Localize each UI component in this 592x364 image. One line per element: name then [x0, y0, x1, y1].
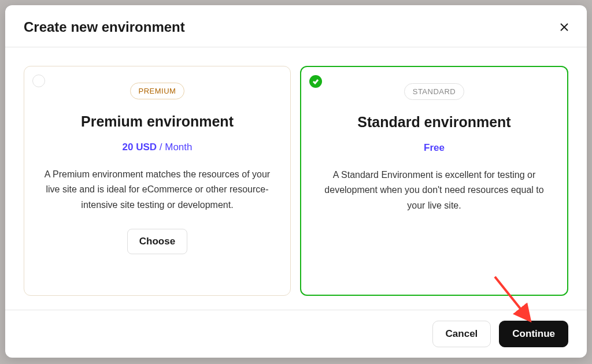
choose-premium-button[interactable]: Choose	[127, 229, 187, 254]
standard-badge: STANDARD	[404, 83, 465, 100]
premium-plan-price: 20 USD / Month	[123, 142, 193, 153]
continue-button[interactable]: Continue	[499, 321, 568, 347]
radio-unselected-icon	[32, 75, 45, 87]
plan-card-standard[interactable]: STANDARD Standard environment Free A Sta…	[300, 66, 568, 296]
premium-price-period: / Month	[160, 142, 193, 153]
modal-title: Create new environment	[24, 19, 185, 35]
modal-footer: Cancel Continue	[5, 310, 587, 358]
standard-plan-price: Free	[424, 142, 445, 154]
standard-plan-title: Standard environment	[357, 114, 510, 131]
standard-plan-description: A Standard Environment is excellent for …	[315, 168, 553, 213]
premium-badge: PREMIUM	[130, 83, 185, 99]
modal-body: PREMIUM Premium environment 20 USD / Mon…	[5, 47, 587, 310]
modal-header: Create new environment	[5, 5, 587, 47]
close-icon[interactable]	[560, 23, 568, 31]
cancel-button[interactable]: Cancel	[432, 321, 491, 347]
create-environment-modal: Create new environment PREMIUM Premium e…	[5, 5, 587, 358]
premium-plan-description: A Premium environment matches the resour…	[38, 167, 276, 213]
plan-card-premium[interactable]: PREMIUM Premium environment 20 USD / Mon…	[24, 66, 291, 296]
premium-plan-title: Premium environment	[81, 113, 234, 130]
premium-price-amount: 20 USD	[123, 142, 157, 153]
radio-selected-icon	[309, 75, 322, 88]
